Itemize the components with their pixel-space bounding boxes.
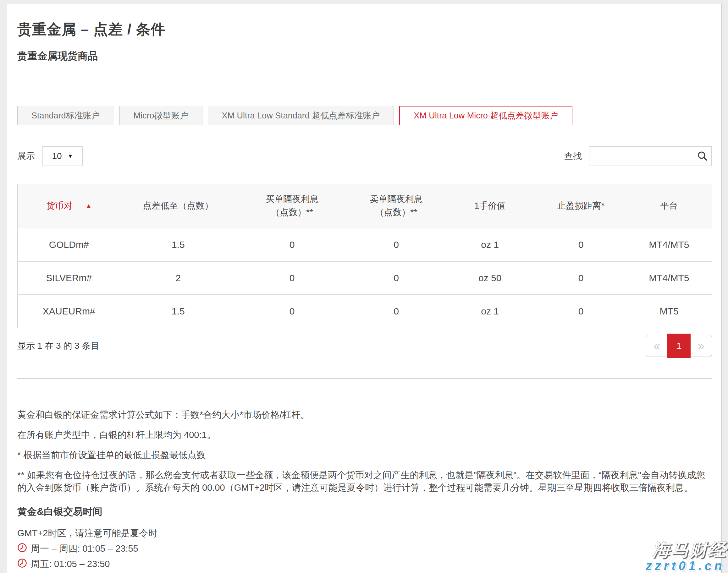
column-header-lot-value[interactable]: 1手价值 bbox=[444, 184, 535, 228]
cell-swap-long: 0 bbox=[236, 261, 348, 295]
entries-info: 显示 1 在 3 的 3 条目 bbox=[17, 340, 99, 352]
table-row: SILVERm# 2 0 0 oz 50 0 MT4/MT5 bbox=[17, 261, 712, 295]
table-header-row: 货币对▲ 点差低至（点数） 买单隔夜利息 （点数）** 卖单隔夜利息 （点数）*… bbox=[17, 184, 712, 228]
caret-down-icon: ▼ bbox=[67, 153, 73, 160]
trading-hours-heading: 黄金&白银交易时间 bbox=[17, 505, 712, 518]
cell-symbol: XAUEURm# bbox=[17, 295, 120, 328]
column-header-swap-short[interactable]: 卖单隔夜利息 （点数）** bbox=[348, 184, 444, 228]
table-row: XAUEURm# 1.5 0 0 oz 1 0 MT5 bbox=[17, 295, 712, 328]
account-type-tabs: Standard标准账户 Micro微型账户 XM Ultra Low Stan… bbox=[17, 106, 712, 125]
search-icon bbox=[697, 151, 708, 162]
session-label: 周一 – 周四: 01:05 – 23:55 bbox=[31, 542, 138, 555]
notes-section: 黄金和白银的保证金需求计算公式如下：手数*合约大小*市场价格/杠杆。 在所有账户… bbox=[17, 408, 712, 494]
page-size-value: 10 bbox=[52, 151, 62, 161]
cell-platform: MT4/MT5 bbox=[627, 228, 712, 261]
watermark: 海马财经 zzrt01.cn bbox=[646, 541, 727, 572]
leverage-note: 在所有账户类型中，白银的杠杆上限均为 400:1。 bbox=[17, 428, 712, 441]
session-mon-thu: 周一 – 周四: 01:05 – 23:55 bbox=[17, 542, 712, 555]
table-footer: 显示 1 在 3 的 3 条目 « 1 » bbox=[17, 335, 712, 357]
tab-ultra-low-standard-account[interactable]: XM Ultra Low Standard 超低点差标准账户 bbox=[208, 106, 394, 125]
cell-swap-short: 0 bbox=[348, 261, 444, 295]
column-header-spread[interactable]: 点差低至（点数） bbox=[120, 184, 236, 228]
watermark-brand: 海马财经 bbox=[646, 541, 727, 559]
section-divider bbox=[17, 378, 712, 379]
column-header-platform[interactable]: 平台 bbox=[627, 184, 712, 228]
cell-spread: 1.5 bbox=[120, 228, 236, 261]
cell-platform: MT4/MT5 bbox=[627, 261, 712, 295]
cell-lot-value: oz 50 bbox=[444, 261, 535, 295]
search-label: 查找 bbox=[564, 150, 582, 162]
page-title: 贵重金属 – 点差 / 条件 bbox=[17, 20, 712, 39]
limit-stop-note: * 根据当前市价设置挂单的最低止损盈最低点数 bbox=[17, 449, 712, 461]
tab-ultra-low-micro-account[interactable]: XM Ultra Low Micro 超低点差微型账户 bbox=[399, 106, 572, 125]
cell-swap-short: 0 bbox=[348, 295, 444, 328]
tab-standard-account[interactable]: Standard标准账户 bbox=[17, 106, 114, 125]
timezone-note: GMT+2时区，请注意可能是夏令时 bbox=[17, 527, 712, 540]
cell-swap-long: 0 bbox=[236, 295, 348, 328]
prev-page-icon[interactable]: « bbox=[646, 339, 667, 353]
table-row: GOLDm# 1.5 0 0 oz 1 0 MT4/MT5 bbox=[17, 228, 712, 261]
tab-micro-account[interactable]: Micro微型账户 bbox=[119, 106, 202, 125]
clock-icon bbox=[17, 558, 27, 570]
content-panel: 贵重金属 – 点差 / 条件 贵重金属现货商品 Standard标准账户 Mic… bbox=[7, 4, 722, 573]
cell-limit-stop: 0 bbox=[535, 261, 626, 295]
page-number-button[interactable]: 1 bbox=[667, 333, 691, 358]
cell-swap-long: 0 bbox=[236, 228, 348, 261]
swap-note: ** 如果您有仓位持仓过夜的话，那么您会支付或者获取一些金额，该金额便是两个货币… bbox=[17, 469, 712, 494]
watermark-url: zzrt01.cn bbox=[646, 559, 725, 572]
sort-asc-icon: ▲ bbox=[86, 202, 92, 209]
cell-spread: 2 bbox=[120, 261, 236, 295]
cell-symbol: SILVERm# bbox=[17, 261, 120, 295]
session-label: 周五: 01:05 – 23:50 bbox=[31, 558, 110, 571]
cell-lot-value: oz 1 bbox=[444, 228, 535, 261]
search-input[interactable] bbox=[589, 146, 712, 166]
table-controls: 展示 10 ▼ 查找 bbox=[17, 146, 712, 166]
cell-platform: MT5 bbox=[627, 295, 712, 328]
cell-symbol: GOLDm# bbox=[17, 228, 120, 261]
page-subtitle: 贵重金属现货商品 bbox=[17, 49, 712, 63]
session-fri: 周五: 01:05 – 23:50 bbox=[17, 558, 712, 571]
clock-icon bbox=[17, 543, 27, 555]
page-size-select[interactable]: 10 ▼ bbox=[42, 146, 83, 166]
next-page-icon[interactable]: » bbox=[691, 339, 712, 353]
cell-lot-value: oz 1 bbox=[444, 295, 535, 328]
column-header-swap-long[interactable]: 买单隔夜利息 （点数）** bbox=[236, 184, 348, 228]
cell-limit-stop: 0 bbox=[535, 228, 626, 261]
cell-spread: 1.5 bbox=[120, 295, 236, 328]
margin-formula-note: 黄金和白银的保证金需求计算公式如下：手数*合约大小*市场价格/杠杆。 bbox=[17, 408, 712, 421]
column-header-limit-stop[interactable]: 止盈损距离* bbox=[535, 184, 626, 228]
pagination: « 1 » bbox=[646, 335, 712, 357]
column-header-symbol[interactable]: 货币对▲ bbox=[17, 184, 120, 228]
instruments-table: 货币对▲ 点差低至（点数） 买单隔夜利息 （点数）** 卖单隔夜利息 （点数）*… bbox=[17, 184, 712, 328]
show-entries-label: 展示 bbox=[17, 150, 35, 162]
cell-swap-short: 0 bbox=[348, 228, 444, 261]
cell-limit-stop: 0 bbox=[535, 295, 626, 328]
